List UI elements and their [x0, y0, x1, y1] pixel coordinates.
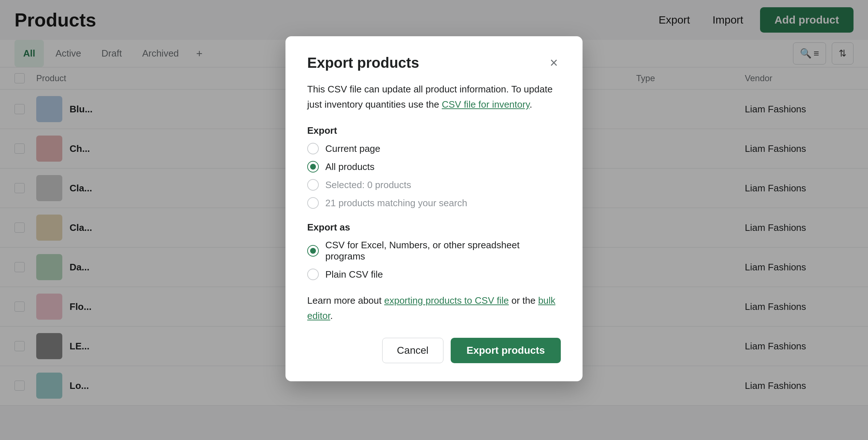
radio-circle-plain-csv: [307, 269, 319, 280]
export-label-current-page: Current page: [325, 143, 380, 154]
radio-dot-all-products: [310, 164, 316, 170]
export-section-label: Export: [307, 125, 561, 136]
export-as-radio-group: CSV for Excel, Numbers, or other spreads…: [307, 240, 561, 280]
modal-title: Export products: [307, 55, 419, 71]
radio-circle-all-products: [307, 161, 319, 173]
modal-desc-end: .: [530, 99, 532, 110]
radio-circle-matching: [307, 197, 319, 209]
learn-or: or the: [512, 295, 538, 306]
radio-circle-current-page: [307, 143, 319, 154]
modal-header: Export products ×: [307, 54, 561, 71]
export-option-selected[interactable]: Selected: 0 products: [307, 179, 561, 191]
export-label-selected: Selected: 0 products: [325, 179, 411, 191]
modal-footer: Cancel Export products: [307, 338, 561, 363]
export-radio-group: Current page All products Selected: 0 pr…: [307, 143, 561, 209]
close-modal-button[interactable]: ×: [547, 54, 561, 71]
modal-overlay: Export products × This CSV file can upda…: [0, 0, 868, 440]
learn-export-link[interactable]: exporting products to CSV file: [384, 295, 509, 306]
radio-dot-csv-excel: [310, 248, 316, 254]
export-as-option-csv-excel[interactable]: CSV for Excel, Numbers, or other spreads…: [307, 240, 561, 262]
export-as-section-label: Export as: [307, 222, 561, 233]
csv-inventory-link[interactable]: CSV file for inventory: [442, 99, 529, 110]
export-as-label-csv-excel: CSV for Excel, Numbers, or other spreads…: [325, 240, 561, 262]
export-option-all-products[interactable]: All products: [307, 161, 561, 173]
export-as-option-plain-csv[interactable]: Plain CSV file: [307, 269, 561, 280]
learn-end: .: [330, 310, 333, 321]
export-option-matching[interactable]: 21 products matching your search: [307, 197, 561, 209]
export-label-matching: 21 products matching your search: [325, 198, 467, 209]
export-as-label-plain-csv: Plain CSV file: [325, 269, 383, 280]
modal-learn-more: Learn more about exporting products to C…: [307, 293, 561, 323]
learn-text: Learn more about: [307, 295, 381, 306]
export-modal: Export products × This CSV file can upda…: [285, 36, 583, 381]
radio-circle-csv-excel: [307, 245, 319, 257]
export-products-button[interactable]: Export products: [451, 338, 561, 363]
radio-circle-selected: [307, 179, 319, 191]
cancel-button[interactable]: Cancel: [382, 338, 443, 363]
export-label-all-products: All products: [325, 161, 375, 173]
export-option-current-page[interactable]: Current page: [307, 143, 561, 154]
modal-description: This CSV file can update all product inf…: [307, 82, 561, 112]
